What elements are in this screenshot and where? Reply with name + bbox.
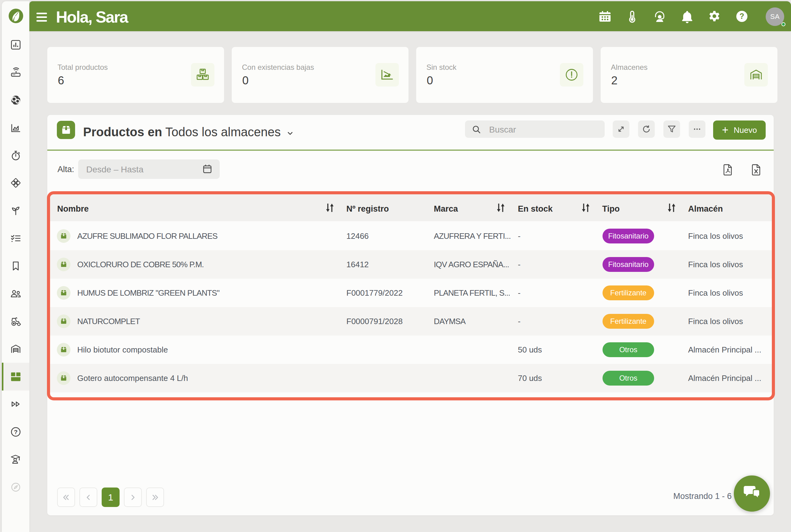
- svg-text:?: ?: [739, 12, 744, 20]
- svg-text:?: ?: [14, 429, 18, 435]
